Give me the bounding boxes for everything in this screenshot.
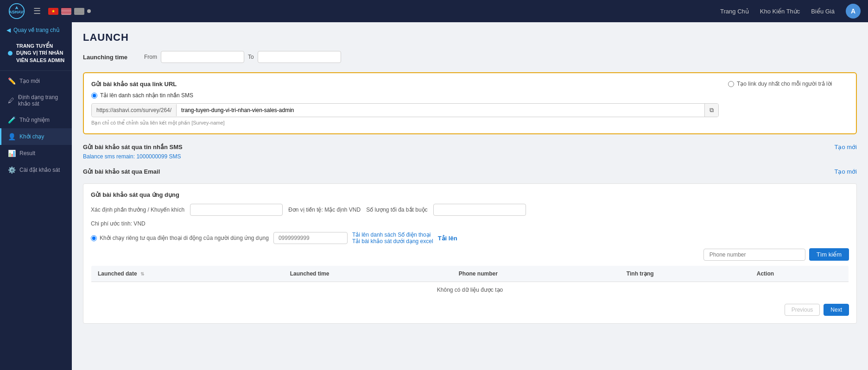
col-tinh-trang: Tình trạng [620,266,750,282]
email-section: Gửi bài khảo sát qua Email Tạo mới [83,168,857,175]
max-qty-input[interactable] [433,204,526,216]
from-date-input[interactable] [161,51,244,63]
sms-section: Gửi bài khảo sát qua tin nhắn SMS Tạo mớ… [83,144,857,160]
sidebar-label-dinh-dang: Định dạng trang khảo sát [18,94,65,107]
url-input-row: https://ashavi.com/survey/264/ ⧉ [91,103,719,117]
sms-section-header: Gửi bài khảo sát qua tin nhắn SMS Tạo mớ… [83,144,857,151]
email-tao-moi-link[interactable]: Tạo mới [835,168,857,175]
upload-links: Tải lên danh sách Số điện thoại Tải bài … [352,232,433,245]
nav-trang-chu[interactable]: Trang Chủ [720,8,749,15]
copy-url-button[interactable]: ⧉ [704,104,718,117]
from-label: From [144,54,157,60]
flag-vn-icon[interactable]: ★ [48,8,58,15]
sidebar-item-result[interactable]: 📊 Result [0,145,72,162]
url-slug-input[interactable] [177,104,704,116]
radio-upload-list[interactable] [91,93,97,99]
app-section-title: Gửi bài khảo sát qua ứng dụng [91,191,849,198]
flag-other-icon[interactable] [74,8,84,15]
nav-kho-kien-thuc[interactable]: Kho Kiến Thức [760,8,800,15]
flag-us-icon[interactable] [61,8,71,15]
sidebar-label-thu-nghiem: Thử nghiệm [19,117,50,123]
tim-kiem-button[interactable]: Tìm kiếm [809,248,849,261]
main-content: LAUNCH Launching time From To Gửi bài kh… [72,22,868,370]
col-launched-time-label: Launched time [290,270,329,277]
sidebar-item-tao-moi[interactable]: ✏️ Tạo mới [0,73,72,89]
col-action: Action [750,266,849,282]
sidebar-back-button[interactable]: ◀ Quay về trang chủ [0,22,72,38]
sidebar-toggle-icon[interactable]: ☰ [33,6,41,16]
sidebar-project-title: TRANG TUYỂN DỤNG VỊ TRÍ NHÂN VIÊN SALES … [0,38,72,69]
navbar-left: ASHAVI ☰ ★ [7,2,91,20]
email-section-title: Gửi bài khảo sát qua Email [83,168,160,175]
empty-message: Không có dữ liệu được tạo [91,282,849,298]
sidebar-item-thu-nghiem[interactable]: 🧪 Thử nghiệm [0,112,72,128]
url-prefix: https://ashavi.com/survey/264/ [92,104,177,116]
email-section-header: Gửi bài khảo sát qua Email Tạo mới [83,168,857,175]
reward-input[interactable] [190,204,283,216]
sidebar-item-dinh-dang[interactable]: 🖊 Định dạng trang khảo sát [0,89,72,112]
svg-text:ASHAVI: ASHAVI [9,10,24,14]
url-section-box: Gửi bài khảo sát qua link URL Tải lên da… [83,72,857,134]
radio-label-upload: Tải lên danh sách nhận tin nhắn SMS [100,92,193,99]
language-flags: ★ [48,8,91,15]
radio-phone-launch[interactable] [91,235,97,241]
sidebar-item-cai-dat[interactable]: ⚙️ Cài đặt khảo sát [0,162,72,178]
reward-row: Xác định phần thưởng / Khuyến khích Đơn … [91,204,849,216]
sort-icon-launched-date[interactable]: ⇅ [140,271,144,276]
sidebar-item-khoi-chay[interactable]: 👤 Khởi chạy [0,128,72,145]
sms-tao-moi-link[interactable]: Tạo mới [835,144,857,151]
launching-time-row: Launching time From To [83,51,857,63]
result-icon: 📊 [8,150,16,157]
next-button[interactable]: Next [824,304,849,316]
sidebar-back-label: Quay về trang chủ [13,27,60,33]
tai-len-button[interactable]: Tải lên [438,235,457,242]
phone-search-input[interactable] [703,249,805,261]
nav-bieu-gia[interactable]: Biểu Giá [811,8,835,15]
radio-unique-link[interactable] [728,81,734,87]
reward-label: Xác định phần thưởng / Khuyến khích [91,207,184,213]
phone-number-input[interactable] [273,232,348,244]
url-section-title: Gửi bài khảo sát qua link URL [91,81,719,88]
sidebar-label-result: Result [19,150,35,157]
phone-radio-group: Khởi chạy riêng tư qua điện thoại di độn… [91,235,269,241]
test-icon: 🧪 [8,116,16,124]
pagination-row: Previous Next [91,304,849,316]
to-label: To [248,54,254,60]
main-layout: ◀ Quay về trang chủ TRANG TUYỂN DỤNG VỊ … [0,22,868,370]
status-dot-icon [87,9,91,13]
previous-button[interactable]: Previous [785,304,820,316]
col-phone-number-label: Phone number [459,270,498,277]
from-to-group: From To [144,51,341,63]
sidebar-divider [0,70,72,71]
phone-radio-label: Khởi chạy riêng tư qua điện thoại di độn… [100,235,269,241]
col-launched-time: Launched time [284,266,452,282]
url-hint: Bạn chỉ có thể chỉnh sửa liên kết một ph… [91,120,719,126]
navbar: ASHAVI ☰ ★ Trang Chủ Kho Kiến Thức Biểu … [0,0,868,22]
settings-icon: ⚙️ [8,166,16,174]
max-qty-label: Số lượng tối đa bắt buộc [366,207,427,213]
table-body: Không có dữ liệu được tạo [91,282,849,298]
edit-icon: ✏️ [8,77,16,85]
sms-balance: Balance sms remain: 1000000099 SMS [83,153,857,160]
col-launched-date: Launched date ⇅ [91,266,284,282]
search-row: Tìm kiếm [91,248,849,261]
launching-time-label: Launching time [83,54,139,61]
page-title: LAUNCH [83,31,857,44]
sidebar: ◀ Quay về trang chủ TRANG TUYỂN DỤNG VỊ … [0,22,72,370]
cost-row: Chi phí ước tính: VND [91,220,849,227]
table-header: Launched date ⇅ Launched time Phone numb… [91,266,849,282]
col-phone-number: Phone number [452,266,620,282]
download-excel-link[interactable]: Tải bài khảo sát dưới dạng excel [352,238,433,245]
radio-row-1: Tải lên danh sách nhận tin nhắn SMS [91,92,719,99]
format-icon: 🖊 [8,97,14,104]
sidebar-label-khoi-chay: Khởi chạy [19,133,44,140]
radio-row-2: Tạo link duy nhất cho mỗi người trả lời [728,81,849,87]
to-date-input[interactable] [258,51,341,63]
back-arrow-icon: ◀ [6,27,11,33]
logo[interactable]: ASHAVI [7,2,26,20]
user-avatar[interactable]: A [846,4,861,19]
col-tinh-trang-label: Tình trạng [627,270,654,277]
launch-icon: 👤 [8,133,16,140]
col-launched-date-label: Launched date [98,270,137,277]
upload-phone-list-link[interactable]: Tải lên danh sách Số điện thoại [352,232,433,238]
